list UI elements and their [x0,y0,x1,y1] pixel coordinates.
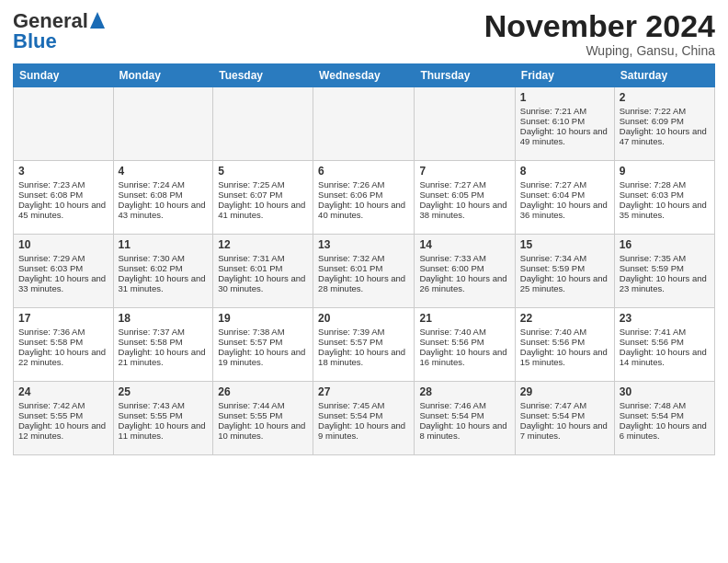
day-number: 11 [119,238,209,251]
sunset-text: Sunset: 5:56 PM [419,337,509,347]
sunrise-text: Sunrise: 7:38 AM [218,327,308,337]
day-number: 6 [318,165,409,178]
sunset-text: Sunset: 6:03 PM [18,263,108,273]
daylight-text: Daylight: 10 hours and 31 minutes. [119,273,209,293]
calendar-cell [415,87,515,161]
day-number: 29 [520,385,609,398]
sunrise-text: Sunrise: 7:44 AM [218,400,308,410]
daylight-text: Daylight: 10 hours and 49 minutes. [520,126,609,146]
day-number: 5 [218,165,308,178]
page-header: General Blue November 2024 Wuping, Gansu… [13,9,715,58]
calendar-cell: 14Sunrise: 7:33 AMSunset: 6:00 PMDayligh… [415,235,515,308]
day-number: 17 [18,312,108,325]
daylight-text: Daylight: 10 hours and 11 minutes. [119,420,209,441]
sunset-text: Sunset: 6:03 PM [620,190,710,200]
daylight-text: Daylight: 10 hours and 28 minutes. [318,273,409,293]
calendar-cell: 5Sunrise: 7:25 AMSunset: 6:07 PMDaylight… [213,161,313,235]
daylight-text: Daylight: 10 hours and 22 minutes. [18,347,108,367]
calendar-cell: 25Sunrise: 7:43 AMSunset: 5:55 PMDayligh… [113,382,213,455]
day-number: 25 [119,385,209,398]
sunrise-text: Sunrise: 7:42 AM [18,400,108,410]
daylight-text: Daylight: 10 hours and 41 minutes. [218,200,308,220]
day-number: 14 [419,238,509,251]
calendar-cell: 2Sunrise: 7:22 AMSunset: 6:09 PMDaylight… [614,87,714,161]
calendar-cell: 18Sunrise: 7:37 AMSunset: 5:58 PMDayligh… [113,308,213,382]
day-number: 21 [419,312,509,325]
title-block: November 2024 Wuping, Gansu, China [484,9,715,58]
sunrise-text: Sunrise: 7:27 AM [419,179,509,190]
calendar-cell: 21Sunrise: 7:40 AMSunset: 5:56 PMDayligh… [415,308,515,382]
sunrise-text: Sunrise: 7:26 AM [318,179,409,190]
calendar-cell: 28Sunrise: 7:46 AMSunset: 5:54 PMDayligh… [415,382,515,455]
sunset-text: Sunset: 6:04 PM [520,190,609,200]
daylight-text: Daylight: 10 hours and 30 minutes. [218,273,308,293]
sunset-text: Sunset: 5:55 PM [18,410,108,420]
day-number: 10 [18,238,108,251]
sunset-text: Sunset: 6:07 PM [218,190,308,200]
daylight-text: Daylight: 10 hours and 47 minutes. [620,126,710,146]
location: Wuping, Gansu, China [484,43,715,58]
sunset-text: Sunset: 5:58 PM [119,337,209,347]
sunrise-text: Sunrise: 7:24 AM [119,179,209,190]
day-number: 18 [119,312,209,325]
sunset-text: Sunset: 6:08 PM [18,190,108,200]
sunrise-text: Sunrise: 7:33 AM [419,253,509,263]
day-number: 7 [419,165,509,178]
week-row-4: 17Sunrise: 7:36 AMSunset: 5:58 PMDayligh… [14,308,715,382]
calendar-cell: 12Sunrise: 7:31 AMSunset: 6:01 PMDayligh… [213,235,313,308]
day-number: 20 [318,312,409,325]
sunrise-text: Sunrise: 7:34 AM [520,253,609,263]
daylight-text: Daylight: 10 hours and 8 minutes. [419,420,509,441]
daylight-text: Daylight: 10 hours and 43 minutes. [119,200,209,220]
calendar-cell: 30Sunrise: 7:48 AMSunset: 5:54 PMDayligh… [614,382,714,455]
day-number: 4 [119,165,209,178]
sunset-text: Sunset: 5:55 PM [218,410,308,420]
calendar-header-row: SundayMondayTuesdayWednesdayThursdayFrid… [14,64,715,87]
calendar-cell: 26Sunrise: 7:44 AMSunset: 5:55 PMDayligh… [213,382,313,455]
calendar-cell [113,87,213,161]
sunset-text: Sunset: 5:56 PM [620,337,710,347]
day-number: 13 [318,238,409,251]
calendar-cell: 15Sunrise: 7:34 AMSunset: 5:59 PMDayligh… [515,235,614,308]
daylight-text: Daylight: 10 hours and 12 minutes. [18,420,108,441]
sunset-text: Sunset: 5:55 PM [119,410,209,420]
sunset-text: Sunset: 5:59 PM [520,263,609,273]
sunrise-text: Sunrise: 7:48 AM [620,400,710,410]
sunset-text: Sunset: 6:09 PM [620,116,710,126]
sunrise-text: Sunrise: 7:41 AM [620,327,710,337]
daylight-text: Daylight: 10 hours and 9 minutes. [318,420,409,441]
daylight-text: Daylight: 10 hours and 14 minutes. [620,347,710,367]
sunrise-text: Sunrise: 7:35 AM [620,253,710,263]
sunrise-text: Sunrise: 7:39 AM [318,327,409,337]
daylight-text: Daylight: 10 hours and 38 minutes. [419,200,509,220]
sunset-text: Sunset: 5:59 PM [620,263,710,273]
day-number: 23 [620,312,710,325]
daylight-text: Daylight: 10 hours and 26 minutes. [419,273,509,293]
sunrise-text: Sunrise: 7:27 AM [520,179,609,190]
sunrise-text: Sunrise: 7:45 AM [318,400,409,410]
sunrise-text: Sunrise: 7:22 AM [620,106,710,116]
sunrise-text: Sunrise: 7:36 AM [18,327,108,337]
sunset-text: Sunset: 6:01 PM [318,263,409,273]
sunrise-text: Sunrise: 7:23 AM [18,179,108,190]
calendar-cell: 9Sunrise: 7:28 AMSunset: 6:03 PMDaylight… [614,161,714,235]
daylight-text: Daylight: 10 hours and 21 minutes. [119,347,209,367]
day-number: 3 [18,165,108,178]
day-number: 8 [520,165,609,178]
calendar-cell: 19Sunrise: 7:38 AMSunset: 5:57 PMDayligh… [213,308,313,382]
sunset-text: Sunset: 6:10 PM [520,116,609,126]
calendar-cell: 1Sunrise: 7:21 AMSunset: 6:10 PMDaylight… [515,87,614,161]
calendar-cell: 8Sunrise: 7:27 AMSunset: 6:04 PMDaylight… [515,161,614,235]
month-title: November 2024 [484,9,715,43]
sunrise-text: Sunrise: 7:37 AM [119,327,209,337]
sunset-text: Sunset: 6:05 PM [419,190,509,200]
day-number: 27 [318,385,409,398]
calendar-cell: 7Sunrise: 7:27 AMSunset: 6:05 PMDaylight… [415,161,515,235]
day-header-wednesday: Wednesday [313,64,415,87]
day-number: 30 [620,385,710,398]
sunset-text: Sunset: 6:00 PM [419,263,509,273]
daylight-text: Daylight: 10 hours and 35 minutes. [620,200,710,220]
daylight-text: Daylight: 10 hours and 33 minutes. [18,273,108,293]
daylight-text: Daylight: 10 hours and 7 minutes. [520,420,609,441]
week-row-2: 3Sunrise: 7:23 AMSunset: 6:08 PMDaylight… [14,161,715,235]
